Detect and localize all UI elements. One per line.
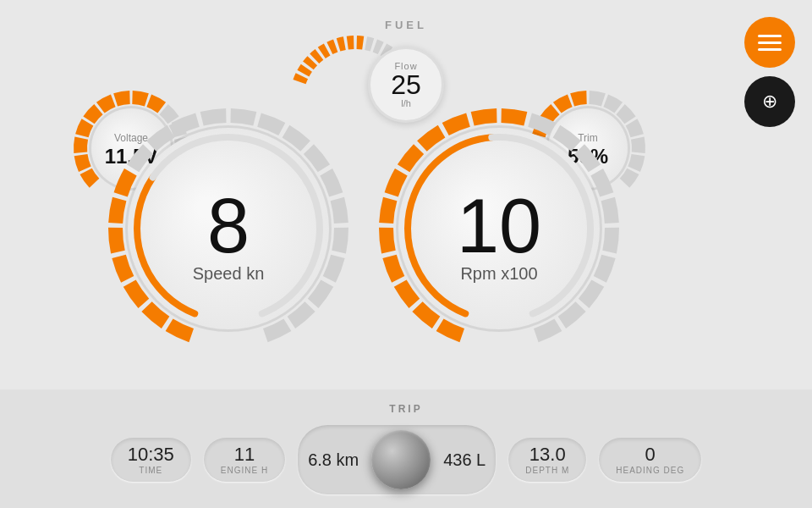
trip-engine-value: 11 xyxy=(234,444,255,465)
menu-bar-1 xyxy=(758,35,782,37)
trip-heading-value: 0 xyxy=(645,444,656,465)
fuel-label: FUEL xyxy=(385,19,427,31)
trip-label: TRIP xyxy=(389,403,422,415)
trip-fuel-value: 436 L xyxy=(443,450,486,470)
trip-depth-value: 13.0 xyxy=(529,444,566,465)
trip-item-depth: 13.0 DEPTH m xyxy=(508,438,586,481)
trip-item-engine: 11 ENGINE h xyxy=(204,438,285,481)
trip-items: 10:35 TIME 11 ENGINE h 6.8 km 436 L 13.0… xyxy=(111,425,702,494)
compass-button[interactable]: ⊕ xyxy=(744,76,795,127)
menu-button[interactable] xyxy=(744,17,795,68)
flow-unit: l/h xyxy=(401,98,411,108)
trip-bar: TRIP 10:35 TIME 11 ENGINE h 6.8 km 436 L… xyxy=(0,389,812,508)
trip-engine-label: ENGINE h xyxy=(221,466,268,475)
trip-item-heading: 0 HEADING deg xyxy=(599,438,701,481)
menu-bar-2 xyxy=(758,41,782,44)
top-right-controls: ⊕ xyxy=(744,17,795,127)
flow-gauge: Flow 25 l/h xyxy=(368,47,444,123)
trip-item-time: 10:35 TIME xyxy=(111,438,191,481)
flow-circle: Flow 25 l/h xyxy=(368,47,444,123)
compass-icon: ⊕ xyxy=(762,91,777,113)
flow-value: 25 xyxy=(391,71,421,98)
trip-knob[interactable] xyxy=(371,430,431,489)
trip-heading-label: HEADING deg xyxy=(616,466,684,475)
trip-distance-value: 6.8 km xyxy=(308,450,359,470)
menu-bar-3 xyxy=(758,48,782,51)
trip-time-label: TIME xyxy=(139,466,162,475)
trip-time-value: 10:35 xyxy=(128,444,174,465)
trip-distance-fuel: 6.8 km 436 L xyxy=(298,425,496,494)
trip-depth-label: DEPTH m xyxy=(525,466,569,475)
